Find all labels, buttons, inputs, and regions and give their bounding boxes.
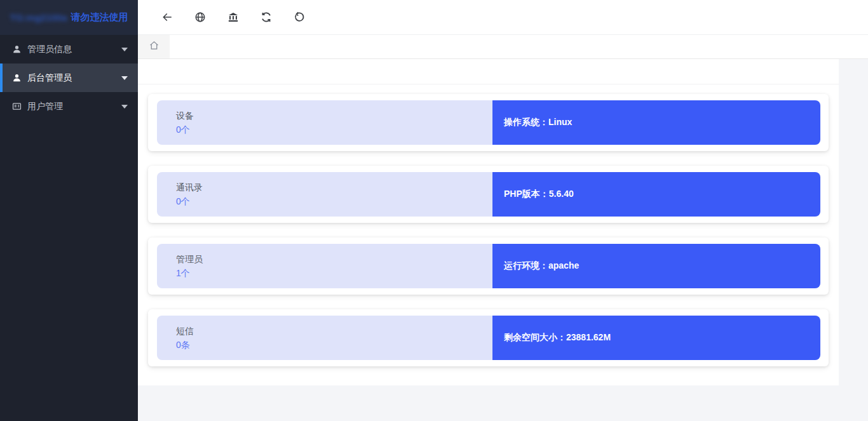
- brand-blurred-text: TG:mg2100a: [10, 12, 67, 23]
- stat-info-panel: 运行环境：apache: [492, 244, 820, 288]
- chevron-down-icon: [121, 48, 128, 51]
- globe-icon[interactable]: [194, 11, 207, 23]
- stat-left-panel: 设备 0个: [157, 100, 492, 145]
- tab-home[interactable]: [138, 35, 170, 58]
- stat-label: 通讯录: [176, 181, 492, 194]
- chevron-down-icon: [121, 105, 128, 109]
- chevron-down-icon: [121, 76, 128, 80]
- back-icon[interactable]: [161, 11, 173, 23]
- stat-card-inner: 设备 0个 操作系统：Linux: [157, 100, 820, 145]
- user-icon: [11, 73, 22, 83]
- stat-info-text: 操作系统：Linux: [504, 117, 572, 128]
- tab-bar: [138, 35, 868, 59]
- stat-card-inner: 管理员 1个 运行环境：apache: [157, 244, 820, 288]
- stat-card: 通讯录 0个 PHP版本：5.6.40: [148, 166, 829, 223]
- sidebar-item-backend-admin[interactable]: 后台管理员: [0, 63, 138, 92]
- stat-info-text: 运行环境：apache: [504, 260, 579, 272]
- home-icon: [149, 40, 159, 53]
- stat-info-text: 剩余空间大小：23881.62M: [504, 332, 611, 344]
- stat-info-panel: 操作系统：Linux: [492, 100, 820, 145]
- sidebar-item-label: 用户管理: [27, 101, 63, 112]
- stat-card: 管理员 1个 运行环境：apache: [148, 237, 829, 295]
- sidebar-item-label: 后台管理员: [27, 72, 72, 84]
- stat-card: 设备 0个 操作系统：Linux: [148, 94, 829, 151]
- stat-info-panel: 剩余空间大小：23881.62M: [492, 316, 820, 360]
- stat-count: 0个: [176, 123, 492, 136]
- reload-circle-icon[interactable]: [293, 11, 306, 23]
- top-toolbar: [138, 0, 868, 35]
- stat-left-panel: 短信 0条: [157, 316, 492, 360]
- stat-label: 设备: [176, 109, 492, 122]
- user-icon: [11, 44, 22, 55]
- stat-card-inner: 通讯录 0个 PHP版本：5.6.40: [157, 172, 820, 217]
- main-content: 设备 0个 操作系统：Linux 通讯录 0个 PHP版本：5.6.40 管理员…: [138, 59, 839, 385]
- stats-list: 设备 0个 操作系统：Linux 通讯录 0个 PHP版本：5.6.40 管理员…: [138, 84, 839, 366]
- stat-count: 1个: [176, 267, 492, 279]
- stat-left-panel: 管理员 1个: [157, 244, 492, 288]
- stat-card-inner: 短信 0条 剩余空间大小：23881.62M: [157, 316, 820, 360]
- refresh-icon[interactable]: [260, 11, 273, 23]
- content-header-band: [138, 59, 839, 84]
- stat-left-panel: 通讯录 0个: [157, 172, 492, 217]
- stat-card: 短信 0条 剩余空间大小：23881.62M: [148, 309, 829, 366]
- sidebar: TG:mg2100a 请勿违法使用 管理员信息 后台管理员 用户管理: [0, 0, 138, 421]
- sidebar-item-label: 管理员信息: [27, 44, 72, 55]
- sidebar-item-admin-info[interactable]: 管理员信息: [0, 35, 138, 63]
- stat-label: 管理员: [176, 253, 492, 265]
- stat-info-text: PHP版本：5.6.40: [504, 189, 574, 200]
- stat-label: 短信: [176, 324, 492, 337]
- sidebar-brand: TG:mg2100a 请勿违法使用: [0, 0, 138, 35]
- brand-warning-text: 请勿违法使用: [71, 11, 128, 23]
- bank-icon[interactable]: [227, 11, 240, 23]
- stat-count: 0条: [176, 338, 492, 351]
- sidebar-item-user-management[interactable]: 用户管理: [0, 92, 138, 121]
- stat-count: 0个: [176, 195, 492, 208]
- stat-info-panel: PHP版本：5.6.40: [492, 172, 820, 217]
- id-card-icon: [11, 102, 22, 112]
